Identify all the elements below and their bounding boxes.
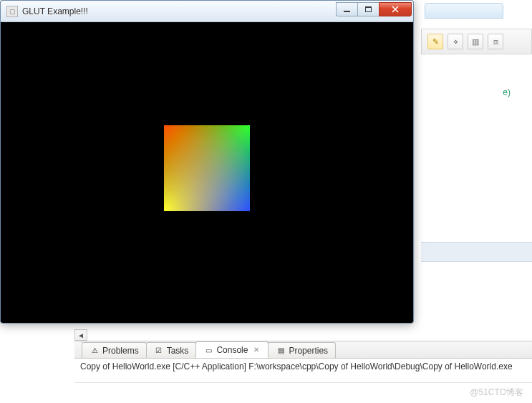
maximize-button[interactable]	[357, 2, 379, 16]
editor-hint-text: e)	[503, 87, 511, 97]
tasks-icon: ☑	[154, 346, 164, 356]
console-output: Copy of HelloWorld.exe [C/C++ Applicatio…	[74, 359, 532, 383]
background-tab-hint	[425, 3, 503, 19]
close-icon	[392, 6, 399, 13]
titlebar[interactable]: ▢ GLUT Example!!!	[1, 1, 413, 22]
tab-properties[interactable]: ▤ Properties	[268, 342, 336, 358]
color-quad	[164, 125, 250, 211]
close-icon[interactable]: ✕	[253, 346, 261, 354]
ide-side-scroll	[421, 242, 532, 262]
watermark: @51CTO博客	[470, 387, 523, 399]
scroll-left-button[interactable]: ◄	[74, 329, 87, 341]
svg-rect-4	[164, 125, 250, 211]
properties-icon: ▤	[276, 346, 286, 356]
tab-label: Properties	[289, 346, 328, 356]
console-line: Copy of HelloWorld.exe [C/C++ Applicatio…	[80, 361, 513, 372]
tab-label: Console	[216, 345, 248, 355]
opengl-viewport	[1, 22, 412, 322]
console-icon: ▭	[203, 345, 213, 355]
tab-tasks[interactable]: ☑ Tasks	[146, 342, 197, 358]
window-title: GLUT Example!!!	[22, 6, 332, 16]
close-button[interactable]	[379, 2, 412, 16]
tab-label: Problems	[102, 346, 139, 356]
filter-icon[interactable]: ⧈	[488, 34, 503, 49]
columns-icon[interactable]: ▥	[468, 34, 483, 49]
tab-label: Tasks	[167, 346, 189, 356]
app-icon: ▢	[6, 6, 18, 17]
edit-icon[interactable]: ✎	[427, 34, 443, 49]
bottom-panel: ⚠ Problems ☑ Tasks ▭ Console ✕ ▤ Propert…	[74, 341, 532, 384]
problems-icon: ⚠	[90, 346, 100, 356]
tab-console[interactable]: ▭ Console ✕	[195, 341, 269, 358]
tag-icon[interactable]: ⋄	[448, 34, 463, 49]
ide-toolbar: ✎ ⋄ ▥ ⧈	[421, 29, 532, 54]
tab-problems[interactable]: ⚠ Problems	[82, 342, 147, 358]
glut-window: ▢ GLUT Example!!!	[0, 0, 414, 324]
window-buttons	[336, 2, 412, 16]
bottom-tabs: ⚠ Problems ☑ Tasks ▭ Console ✕ ▤ Propert…	[74, 341, 532, 359]
minimize-button[interactable]	[336, 2, 357, 16]
